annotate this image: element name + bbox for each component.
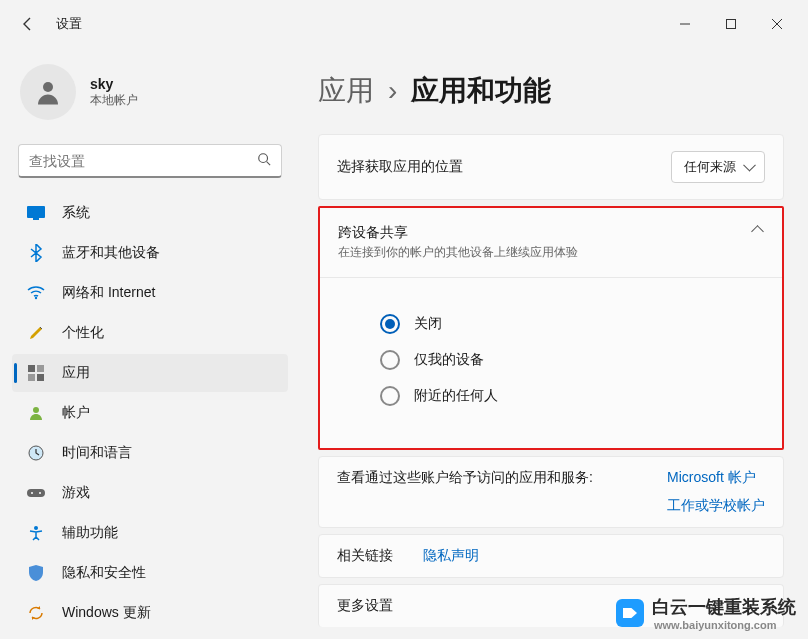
svg-rect-5 (27, 206, 45, 218)
nav-label: 个性化 (62, 324, 104, 342)
avatar (20, 64, 76, 120)
radio-icon (380, 350, 400, 370)
nav-personalization[interactable]: 个性化 (12, 314, 288, 352)
window-controls (662, 8, 800, 40)
person-icon (33, 77, 63, 107)
user-block[interactable]: sky 本地帐户 (12, 56, 288, 140)
clock-icon (26, 443, 46, 463)
link-work-school-account[interactable]: 工作或学校帐户 (667, 497, 765, 515)
search-icon (257, 152, 271, 169)
chevron-up-icon (750, 224, 764, 238)
brush-icon (26, 323, 46, 343)
user-subtitle: 本地帐户 (90, 92, 138, 109)
window-title: 设置 (56, 15, 82, 33)
radio-off[interactable]: 关闭 (380, 314, 782, 334)
svg-point-2 (43, 82, 53, 92)
minimize-button[interactable] (662, 8, 708, 40)
svg-point-17 (34, 526, 38, 530)
breadcrumb-separator: › (388, 75, 397, 107)
nav-label: 辅助功能 (62, 524, 118, 542)
nav-update[interactable]: Windows 更新 (12, 594, 288, 632)
nav-label: 网络和 Internet (62, 284, 155, 302)
wifi-icon (26, 283, 46, 303)
update-icon (26, 603, 46, 623)
svg-point-7 (35, 297, 37, 299)
svg-point-3 (259, 154, 268, 163)
cross-device-title: 跨设备共享 (338, 224, 408, 240)
accounts-access-label: 查看通过这些账户给予访问的应用和服务: (337, 469, 667, 515)
cross-device-panel: 跨设备共享 在连接到你的帐户的其他设备上继续应用体验 关闭 仅我的设备 附近的任… (318, 206, 784, 450)
cross-device-header[interactable]: 跨设备共享 在连接到你的帐户的其他设备上继续应用体验 (320, 208, 782, 278)
nav-accounts[interactable]: 帐户 (12, 394, 288, 432)
search-box[interactable] (18, 144, 282, 178)
maximize-button[interactable] (708, 8, 754, 40)
close-button[interactable] (754, 8, 800, 40)
watermark-logo-icon (616, 599, 644, 627)
radio-anyone-nearby[interactable]: 附近的任何人 (380, 386, 782, 406)
back-button[interactable] (8, 4, 48, 44)
svg-line-4 (267, 162, 271, 166)
apps-icon (26, 363, 46, 383)
nav-label: 应用 (62, 364, 90, 382)
svg-rect-1 (727, 20, 736, 29)
watermark: 白云一键重装系统 www.baiyunxitong.com (616, 595, 796, 631)
close-icon (772, 19, 782, 29)
link-microsoft-account[interactable]: Microsoft 帐户 (667, 469, 765, 487)
nav-label: Windows 更新 (62, 604, 151, 622)
nav-label: 隐私和安全性 (62, 564, 146, 582)
app-source-label: 选择获取应用的位置 (337, 158, 671, 176)
breadcrumb-current: 应用和功能 (411, 72, 551, 110)
svg-point-15 (31, 492, 33, 494)
nav-gaming[interactable]: 游戏 (12, 474, 288, 512)
nav-label: 蓝牙和其他设备 (62, 244, 160, 262)
accounts-access-card: 查看通过这些账户给予访问的应用和服务: Microsoft 帐户 工作或学校帐户 (318, 456, 784, 528)
accessibility-icon (26, 523, 46, 543)
watermark-url: www.baiyunxitong.com (654, 619, 796, 631)
radio-label: 仅我的设备 (414, 351, 484, 369)
account-icon (26, 403, 46, 423)
svg-rect-6 (33, 218, 39, 220)
nav-list: 系统 蓝牙和其他设备 网络和 Internet 个性化 应用 帐户 时间和语言 … (12, 194, 288, 632)
gamepad-icon (26, 483, 46, 503)
radio-icon (380, 386, 400, 406)
app-source-card: 选择获取应用的位置 任何来源 (318, 134, 784, 200)
bluetooth-icon (26, 243, 46, 263)
nav-apps[interactable]: 应用 (12, 354, 288, 392)
arrow-left-icon (20, 16, 36, 32)
shield-icon (26, 563, 46, 583)
nav-system[interactable]: 系统 (12, 194, 288, 232)
app-source-dropdown[interactable]: 任何来源 (671, 151, 765, 183)
minimize-icon (680, 19, 690, 29)
search-input[interactable] (29, 153, 257, 169)
breadcrumb-parent[interactable]: 应用 (318, 72, 374, 110)
nav-label: 系统 (62, 204, 90, 222)
user-name: sky (90, 76, 138, 92)
nav-network[interactable]: 网络和 Internet (12, 274, 288, 312)
related-links-label: 相关链接 (337, 547, 405, 565)
link-privacy-statement[interactable]: 隐私声明 (423, 547, 479, 565)
cross-device-options: 关闭 仅我的设备 附近的任何人 (320, 278, 782, 448)
display-icon (26, 203, 46, 223)
radio-label: 关闭 (414, 315, 442, 333)
related-links-card: 相关链接 隐私声明 (318, 534, 784, 578)
svg-rect-11 (37, 374, 44, 381)
svg-rect-14 (27, 489, 45, 497)
nav-label: 游戏 (62, 484, 90, 502)
nav-label: 时间和语言 (62, 444, 132, 462)
radio-my-devices[interactable]: 仅我的设备 (380, 350, 782, 370)
content: 应用 › 应用和功能 选择获取应用的位置 任何来源 跨设备共享 在连接到你的帐户… (300, 48, 808, 639)
title-bar: 设置 (0, 0, 808, 48)
nav-time[interactable]: 时间和语言 (12, 434, 288, 472)
cross-device-subtitle: 在连接到你的帐户的其他设备上继续应用体验 (338, 244, 750, 261)
svg-rect-9 (37, 365, 44, 372)
radio-label: 附近的任何人 (414, 387, 498, 405)
radio-icon (380, 314, 400, 334)
breadcrumb: 应用 › 应用和功能 (318, 72, 784, 110)
nav-accessibility[interactable]: 辅助功能 (12, 514, 288, 552)
nav-privacy[interactable]: 隐私和安全性 (12, 554, 288, 592)
nav-bluetooth[interactable]: 蓝牙和其他设备 (12, 234, 288, 272)
svg-rect-8 (28, 365, 35, 372)
sidebar: sky 本地帐户 系统 蓝牙和其他设备 网络和 Internet 个性化 应用 … (0, 48, 300, 639)
nav-label: 帐户 (62, 404, 90, 422)
svg-rect-10 (28, 374, 35, 381)
